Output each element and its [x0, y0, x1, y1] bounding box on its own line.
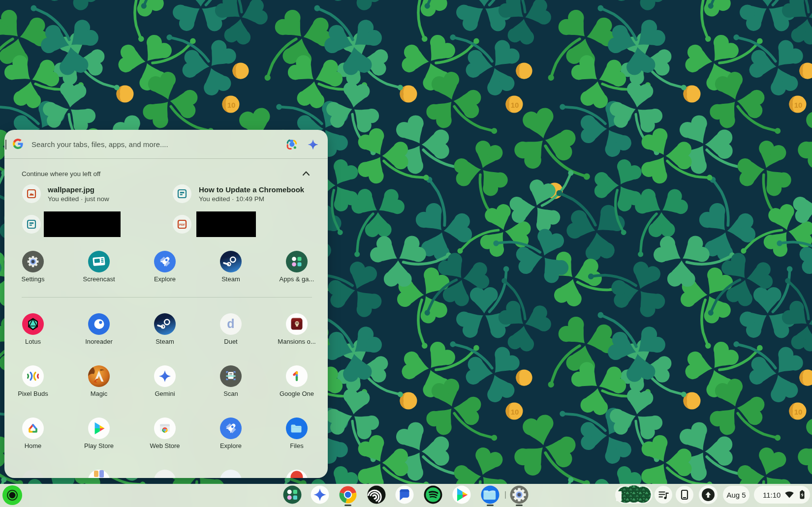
svg-text:PDF: PDF — [179, 223, 185, 226]
svg-text:d: d — [227, 317, 234, 330]
